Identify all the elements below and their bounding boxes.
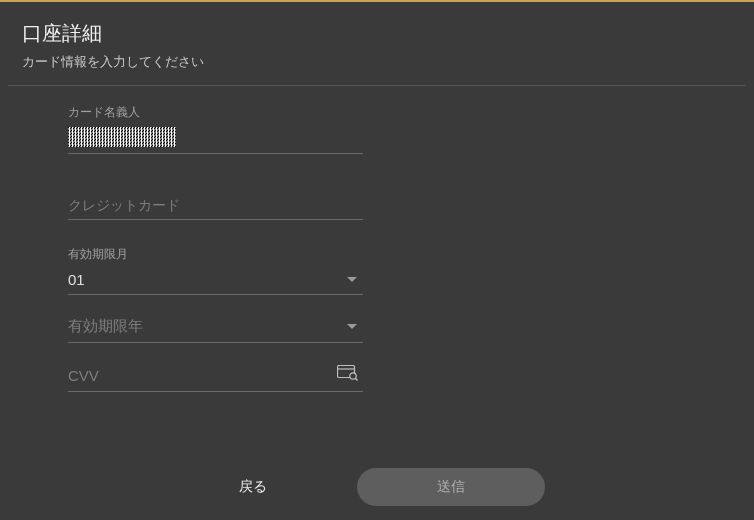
cardnumber-input[interactable] [68, 188, 363, 220]
svg-line-3 [355, 378, 357, 380]
exp-month-value: 01 [68, 271, 85, 288]
chevron-down-icon [347, 277, 357, 282]
page-title: 口座詳細 [22, 20, 732, 47]
svg-point-2 [350, 373, 356, 379]
button-row: 戻る 送信 [0, 418, 754, 520]
cvv-input[interactable] [68, 367, 337, 384]
page-subtitle: カード情報を入力してください [22, 53, 732, 71]
cardholder-input[interactable] [68, 123, 363, 154]
chevron-down-icon [347, 324, 357, 329]
cardholder-label: カード名義人 [68, 104, 363, 121]
credit-card-search-icon [337, 365, 359, 385]
exp-month-field: 有効期限月 01 [68, 246, 363, 295]
exp-year-field: 有効期限年 [68, 311, 363, 343]
cardholder-value-redacted [68, 127, 176, 147]
cardholder-field: カード名義人 [68, 104, 363, 154]
exp-month-label: 有効期限月 [68, 246, 363, 263]
cvv-field [68, 359, 363, 392]
exp-year-select[interactable]: 有効期限年 [68, 311, 363, 343]
payment-form: カード名義人 有効期限月 01 有効期限年 [0, 86, 754, 418]
exp-month-select[interactable]: 01 [68, 265, 363, 295]
header: 口座詳細 カード情報を入力してください [0, 2, 754, 85]
exp-year-placeholder: 有効期限年 [68, 317, 143, 336]
back-button[interactable]: 戻る [209, 468, 297, 506]
cardnumber-field [68, 188, 363, 220]
submit-button[interactable]: 送信 [357, 468, 545, 506]
